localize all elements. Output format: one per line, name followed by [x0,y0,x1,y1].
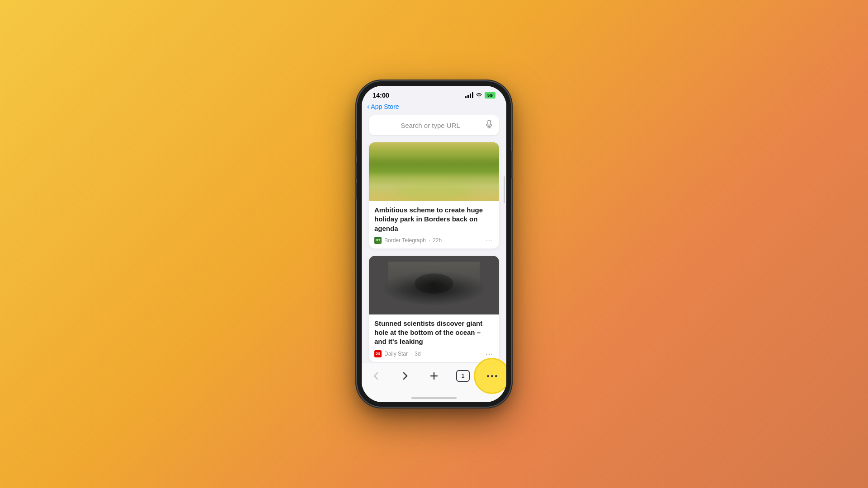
news-feed[interactable]: Ambitious scheme to create huge holiday … [362,139,506,363]
home-bar [411,397,457,399]
mic-icon[interactable] [486,120,493,131]
svg-rect-0 [488,120,491,125]
wifi-icon [476,92,482,99]
news-source-1: BT Border Telegraph · 22h [374,237,442,244]
search-placeholder: Search or type URL [375,122,486,129]
status-time: 14:00 [373,91,389,99]
source-favicon-2: DS [374,350,382,357]
tabs-button[interactable]: 1 [453,368,473,384]
news-body-1: Ambitious scheme to create huge holiday … [369,201,499,249]
tabs-count-badge: 1 [456,370,470,382]
more-menu-button[interactable] [482,368,502,384]
source-favicon-1: BT [374,237,382,244]
news-body-2: Stunned scientists discover giant hole a… [369,314,499,362]
source-dot-2: · [410,351,412,357]
news-source-2: DS Daily Star · 3d [374,350,421,357]
news-card-2[interactable]: Stunned scientists discover giant hole a… [369,256,499,362]
news-meta-2: DS Daily Star · 3d ··· [374,350,494,357]
ocean-image [369,256,499,314]
scroll-indicator [504,176,505,203]
source-name-1: Border Telegraph [384,237,426,244]
phone-screen: 14:00 5G [362,86,506,402]
back-label: App Store [371,103,399,110]
back-button[interactable] [366,368,386,384]
news-image-2 [369,256,499,314]
source-dot-1: · [429,237,430,244]
news-title-1: Ambitious scheme to create huge holiday … [374,206,494,233]
source-time-1: 22h [433,237,442,244]
search-bar[interactable]: Search or type URL [369,115,499,135]
home-indicator [362,393,506,402]
more-menu-wrapper [482,368,502,384]
bottom-toolbar: 1 [362,363,506,393]
battery-icon: 5G [485,92,495,99]
more-dots-icon [487,375,497,377]
status-bar: 14:00 5G [362,86,506,101]
news-card-1[interactable]: Ambitious scheme to create huge holiday … [369,142,499,249]
article-more-btn-2[interactable]: ··· [486,350,494,357]
status-icons: 5G [465,92,495,99]
back-arrow-icon: ‹ [367,103,369,111]
add-tab-button[interactable] [424,368,444,384]
back-nav[interactable]: ‹ App Store [362,101,506,113]
news-title-2: Stunned scientists discover giant hole a… [374,319,494,347]
grassland-image [369,142,499,201]
source-time-2: 3d [415,351,420,357]
signal-icon [465,93,473,98]
news-meta-1: BT Border Telegraph · 22h ··· [374,237,494,244]
forward-button[interactable] [395,368,415,384]
article-more-btn-1[interactable]: ··· [486,237,494,244]
phone-container: 14:00 5G [357,81,511,407]
source-name-2: Daily Star [384,351,408,357]
search-bar-container: Search or type URL [362,113,506,139]
news-image-1 [369,142,499,201]
